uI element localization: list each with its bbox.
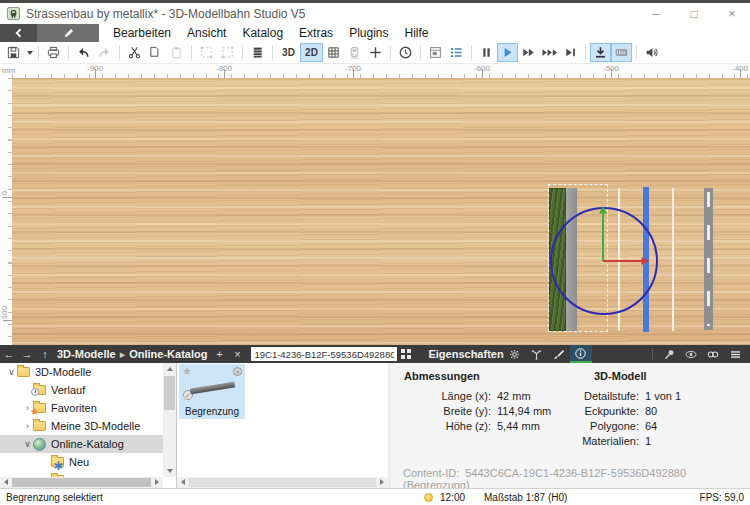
view-3d-button[interactable]: 3D — [277, 43, 300, 62]
prop-label: Breite (y): — [403, 405, 491, 417]
menu-katalog[interactable]: Katalog — [242, 26, 283, 40]
menu-extras[interactable]: Extras — [299, 26, 333, 40]
select-move-icon[interactable] — [217, 43, 238, 62]
scrollbar-thumb[interactable] — [189, 478, 376, 487]
selection-gizmo[interactable] — [12, 78, 750, 345]
link-icon[interactable] — [702, 345, 724, 363]
menu-plugins[interactable]: Plugins — [349, 26, 388, 40]
pin-icon[interactable] — [658, 345, 680, 363]
fast-forward-icon[interactable] — [518, 43, 539, 62]
catalog-search-input[interactable] — [251, 347, 397, 361]
undo-icon[interactable] — [73, 43, 94, 62]
item-gear-icon[interactable] — [233, 367, 242, 376]
tree-item-verlauf[interactable]: Verlauf — [0, 381, 163, 399]
folder-icon — [33, 421, 46, 431]
tree-item-meine-3d-modelle[interactable]: › Meine 3D-Modelle — [0, 417, 163, 435]
expander-icon[interactable]: › — [22, 421, 33, 431]
prop-label: Materialien: — [551, 435, 639, 447]
place-mode-icon[interactable] — [590, 43, 611, 62]
hamburger-menu-icon[interactable] — [724, 345, 746, 363]
tree-vertical-scrollbar[interactable] — [163, 363, 176, 477]
tree-item-neu[interactable]: ∗ Neu — [0, 453, 163, 471]
scroll-right-icon[interactable] — [155, 479, 159, 485]
canvas-2d-view[interactable] — [12, 78, 750, 345]
view-thumbnails-icon[interactable] — [401, 349, 412, 360]
tree-horizontal-scrollbar[interactable] — [0, 477, 163, 488]
transform-axes-icon[interactable] — [526, 345, 548, 363]
paste-icon[interactable] — [166, 43, 187, 62]
catalog-forward-icon[interactable]: → — [18, 348, 36, 360]
prop-value: 5,44 mm — [497, 420, 540, 432]
layers-icon[interactable] — [247, 43, 268, 62]
maximize-icon[interactable]: □ — [686, 7, 702, 21]
group-title: Abmessungen — [404, 370, 551, 382]
cut-icon[interactable] — [124, 43, 145, 62]
scrollbar-thumb[interactable] — [12, 478, 151, 487]
add-object-icon[interactable] — [365, 43, 386, 62]
scrollbar-thumb[interactable] — [164, 376, 175, 410]
scroll-left-icon[interactable] — [181, 479, 185, 485]
ruler-tick-label: -800 — [216, 64, 232, 73]
breadcrumb-current[interactable]: Online-Katalog — [129, 348, 207, 360]
skip-to-end-icon[interactable] — [560, 43, 581, 62]
fastest-forward-icon[interactable] — [539, 43, 560, 62]
prop-label: Polygone: — [551, 420, 639, 432]
pause-icon[interactable] — [476, 43, 497, 62]
expander-icon[interactable]: ∨ — [6, 367, 17, 377]
catalog-back-icon[interactable]: ← — [0, 348, 18, 360]
tree-item-favoriten[interactable]: › ★ Favoriten — [0, 399, 163, 417]
edit-mode-button[interactable] — [37, 24, 99, 42]
redo-icon[interactable] — [94, 43, 115, 62]
play-icon[interactable] — [497, 43, 518, 62]
print-icon[interactable] — [43, 43, 64, 62]
catalog-up-icon[interactable]: ↑ — [36, 348, 54, 360]
ruler-tick-label: -600 — [474, 64, 490, 73]
info-icon[interactable] — [570, 345, 592, 363]
tree-item-3d-modelle[interactable]: ∨ 3D-Modelle — [0, 363, 163, 381]
eye-icon[interactable] — [680, 345, 702, 363]
view-2d-button[interactable]: 2D — [300, 43, 323, 62]
speaker-icon[interactable] — [641, 43, 662, 62]
scroll-up-icon[interactable] — [167, 367, 173, 371]
copy-icon[interactable] — [145, 43, 166, 62]
grid-view-icon[interactable] — [323, 43, 344, 62]
prop-value: 42 mm — [497, 390, 531, 402]
scroll-down-icon[interactable] — [167, 469, 173, 473]
catalog-item-begrenzung[interactable]: ★ ✓ Begrenzung — [179, 364, 245, 419]
tree-item-online-katalog[interactable]: ∨ Online-Katalog — [0, 435, 163, 453]
gear-icon[interactable] — [504, 345, 526, 363]
close-icon[interactable]: × — [724, 7, 740, 21]
event-manager-icon[interactable] — [425, 43, 446, 62]
catalog-horizontal-scrollbar[interactable] — [177, 477, 388, 488]
catalog-add-tab-icon[interactable]: + — [210, 348, 228, 360]
train-icon[interactable] — [344, 43, 365, 62]
save-dropdown-icon[interactable] — [24, 43, 34, 62]
scroll-right-icon[interactable] — [380, 479, 384, 485]
back-button[interactable] — [0, 24, 37, 42]
app-window: Strassenbau by metallix* - 3D-Modellbahn… — [0, 0, 750, 505]
favorite-star-icon[interactable]: ★ — [182, 365, 192, 378]
save-icon[interactable] — [3, 43, 24, 62]
paint-brush-icon[interactable] — [548, 345, 570, 363]
menu-hilfe[interactable]: Hilfe — [404, 26, 428, 40]
daytime-sun-icon — [424, 493, 433, 502]
select-rect-icon[interactable] — [196, 43, 217, 62]
prop-value: 80 — [645, 405, 657, 417]
track-mode-icon[interactable] — [611, 43, 632, 62]
clock-icon[interactable] — [395, 43, 416, 62]
menu-ansicht[interactable]: Ansicht — [187, 26, 226, 40]
prop-value: 1 — [645, 435, 651, 447]
window-controls: – □ × — [648, 3, 740, 24]
favorites-folder-icon: ★ — [33, 403, 46, 413]
minimize-icon[interactable]: – — [648, 7, 664, 21]
ruler-tick-label: -100 — [0, 306, 9, 322]
menu-bearbeiten[interactable]: Bearbeiten — [113, 26, 171, 40]
catalog-close-tab-icon[interactable]: × — [228, 348, 246, 360]
main-toolbar: 3D 2D — [0, 42, 750, 64]
breadcrumb-root[interactable]: 3D-Modelle — [57, 348, 116, 360]
scroll-left-icon[interactable] — [4, 479, 8, 485]
breadcrumb-separator-icon: ▸ — [120, 348, 126, 361]
expander-icon[interactable]: ∨ — [22, 439, 33, 449]
object-list-icon[interactable] — [446, 43, 467, 62]
dimensions-group: Abmessungen Länge (x):42 mm Breite (y):1… — [403, 370, 551, 433]
